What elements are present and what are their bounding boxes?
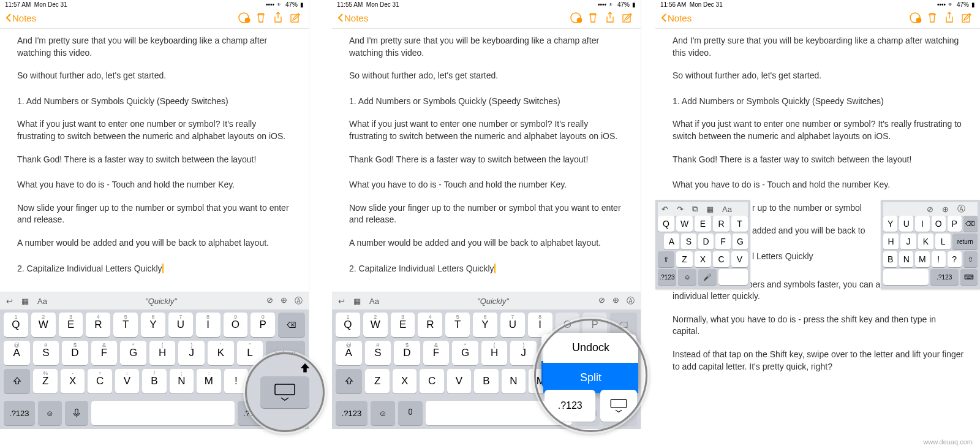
checkmark-icon[interactable]: ⊘	[266, 295, 273, 306]
plus-icon[interactable]: ⊕	[281, 295, 287, 306]
key-e[interactable]: 3E	[59, 313, 83, 337]
key-w[interactable]: 2W	[31, 313, 56, 337]
key-space[interactable]	[883, 269, 929, 285]
key-d[interactable]: D	[698, 233, 714, 249]
checkmark-icon[interactable]: ⊘	[927, 205, 933, 214]
key-p[interactable]: P	[948, 216, 962, 232]
markup-icon[interactable]: Ⓐ	[957, 203, 965, 215]
key-l[interactable]: L	[935, 233, 951, 249]
key-d[interactable]: $D	[394, 341, 420, 365]
key-n[interactable]: N	[502, 369, 526, 393]
key-w[interactable]: 2W	[363, 313, 388, 337]
key-q[interactable]: 1Q	[4, 313, 28, 337]
key-j[interactable]: )J	[510, 341, 537, 365]
key-question[interactable]: ?	[948, 251, 962, 267]
back-button[interactable]: Notes	[660, 13, 692, 23]
key-r[interactable]: R	[713, 216, 729, 232]
key-n[interactable]: N	[899, 251, 913, 267]
key-c[interactable]: +C	[88, 369, 111, 393]
key-t[interactable]: 5T	[445, 313, 470, 337]
key-exclaim[interactable]: !	[932, 251, 946, 267]
compose-button[interactable]	[287, 12, 304, 24]
back-button[interactable]: Notes	[337, 13, 368, 23]
keyboard-suggestion[interactable]: "Quickly"	[56, 297, 266, 306]
share-button[interactable]	[270, 12, 287, 24]
key-m[interactable]: :M	[197, 369, 221, 393]
key-a[interactable]: @A	[4, 341, 30, 365]
zoom-numkey[interactable]: .?123	[545, 390, 595, 422]
redo-icon[interactable]: ↷	[677, 205, 684, 214]
key-v[interactable]: =V	[115, 369, 139, 393]
key-mic[interactable]: 🎤	[698, 269, 717, 285]
add-people-button[interactable]: +	[235, 11, 252, 25]
key-space[interactable]	[91, 401, 235, 425]
key-f[interactable]: &F	[423, 341, 450, 365]
key-e[interactable]: E	[695, 216, 711, 232]
key-v[interactable]: V	[731, 251, 748, 267]
key-return[interactable]: return	[952, 233, 978, 249]
key-b[interactable]: B	[474, 369, 498, 393]
key-h[interactable]: (H	[481, 341, 508, 365]
key-emoji[interactable]: ☺	[678, 269, 696, 285]
key-x[interactable]: X	[393, 369, 417, 393]
key-shift[interactable]	[336, 369, 362, 393]
compose-button[interactable]	[619, 12, 636, 24]
key-p[interactable]: 0P	[251, 313, 275, 337]
key-a[interactable]: A	[664, 233, 679, 249]
key-r[interactable]: 4R	[418, 313, 442, 337]
key-i[interactable]: 8I	[196, 313, 221, 337]
undo-icon[interactable]: ↶	[662, 205, 668, 214]
key-u[interactable]: 7U	[500, 313, 525, 337]
share-button[interactable]	[601, 12, 619, 24]
clipboard-icon[interactable]: ⧉	[692, 204, 698, 214]
key-o[interactable]: O	[932, 216, 946, 232]
key-i[interactable]: 8I	[528, 313, 552, 337]
key-h[interactable]: H	[883, 233, 899, 249]
key-g[interactable]: *G	[120, 341, 146, 365]
key-c[interactable]: C	[420, 369, 443, 393]
key-shift[interactable]: ⇧	[963, 251, 978, 267]
add-people-button[interactable]	[907, 11, 924, 25]
key-shift[interactable]	[4, 369, 30, 393]
key-d[interactable]: $D	[62, 341, 88, 365]
key-x[interactable]: -X	[61, 369, 85, 393]
compose-button[interactable]	[958, 12, 975, 24]
key-f[interactable]: &F	[91, 341, 118, 365]
key-k[interactable]: 'K	[208, 341, 234, 365]
undo-icon[interactable]: ↩︎	[338, 297, 345, 306]
keyboard-hide-icon[interactable]	[609, 398, 628, 414]
key-q[interactable]: Q	[658, 216, 674, 232]
key-e[interactable]: 3E	[391, 313, 415, 337]
key-z[interactable]: Z	[365, 369, 389, 393]
key-numbers[interactable]: .?123	[930, 269, 959, 285]
key-hide-keyboard[interactable]: ⌨	[960, 269, 978, 285]
note-content[interactable]: And I'm pretty sure that you will be key…	[0, 29, 309, 286]
note-content[interactable]: And I'm pretty sure that you will be key…	[332, 29, 641, 286]
key-h[interactable]: (H	[149, 341, 176, 365]
key-space[interactable]	[718, 269, 748, 285]
key-emoji[interactable]: ☺	[38, 401, 62, 425]
key-u[interactable]: 7U	[168, 313, 193, 337]
trash-button[interactable]	[252, 12, 270, 24]
key-t[interactable]: T	[731, 216, 748, 232]
key-g[interactable]: *G	[452, 341, 478, 365]
key-numbers[interactable]: .?123	[4, 401, 35, 425]
key-n[interactable]: ;N	[170, 369, 194, 393]
key-backspace[interactable]	[278, 313, 305, 337]
key-s[interactable]: #S	[33, 341, 59, 365]
key-t[interactable]: 5T	[113, 313, 138, 337]
key-j[interactable]: )J	[178, 341, 205, 365]
share-button[interactable]	[941, 12, 958, 24]
key-a[interactable]: @A	[336, 341, 362, 365]
add-people-button[interactable]	[567, 11, 584, 25]
format-icon[interactable]: Aa	[37, 297, 47, 306]
key-backspace[interactable]: ⌫	[963, 216, 978, 232]
key-j[interactable]: J	[900, 233, 916, 249]
format-icon[interactable]: Aa	[369, 297, 379, 306]
key-k[interactable]: K	[918, 233, 933, 249]
markup-icon[interactable]: Ⓐ	[295, 295, 303, 306]
key-g[interactable]: G	[733, 233, 748, 249]
table-icon[interactable]: ▦	[21, 297, 29, 306]
key-mic[interactable]	[65, 401, 89, 425]
key-o[interactable]: 9O	[224, 313, 248, 337]
